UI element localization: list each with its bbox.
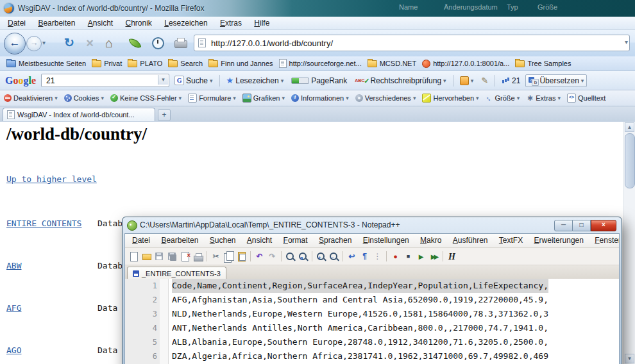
menu-extras[interactable]: Extras: [215, 17, 247, 28]
url-bar[interactable]: ▾: [194, 35, 630, 51]
forward-button[interactable]: →: [26, 36, 42, 51]
npp-menu-datei[interactable]: Datei: [128, 234, 155, 245]
npp-menu-erweiterungen[interactable]: Erweiterungen: [530, 234, 588, 245]
url-dropdown-icon[interactable]: ▾: [625, 38, 628, 46]
dev-extras[interactable]: ✱Extras▾: [526, 94, 561, 102]
npp-menu-sprachen[interactable]: Sprachen: [314, 234, 356, 245]
entry-link[interactable]: ABW: [6, 259, 97, 273]
show-all-characters-icon[interactable]: ¶: [359, 251, 370, 262]
indent-guide-icon[interactable]: ⋮: [372, 251, 383, 262]
dev-hervorheben[interactable]: Hervorheben▾: [422, 94, 478, 103]
editor-line[interactable]: 4ANT,Netherlands Antilles,North America,…: [125, 321, 619, 335]
record-macro-icon[interactable]: ●: [390, 251, 401, 262]
find-icon[interactable]: [285, 251, 296, 262]
menu-bearbeiten[interactable]: Bearbeiten: [33, 17, 80, 28]
sendto-button[interactable]: ▾: [457, 75, 477, 87]
up-to-higher-level-link[interactable]: Up to higher level: [6, 174, 97, 184]
npp-menu-format[interactable]: Format: [279, 234, 312, 245]
firefox-titlebar[interactable]: WsgiDAV - Index of /world-db/country/ - …: [0, 0, 635, 17]
menu-chronik[interactable]: Chronik: [121, 17, 157, 28]
bookmark-finn-und-jannes[interactable]: Finn und Jannes: [207, 58, 277, 69]
editor-line[interactable]: 3NLD,Netherlands,Europe,Western Europe,4…: [125, 307, 619, 321]
npp-menu-makro[interactable]: Makro: [416, 234, 446, 245]
replace-icon[interactable]: a: [298, 251, 309, 262]
notepad-editor[interactable]: 1Code,Name,Continent,Region,SurfaceArea,…: [125, 279, 619, 364]
scrollbar[interactable]: ▲ ▼: [623, 122, 635, 364]
url-input[interactable]: [210, 36, 610, 50]
editor-line[interactable]: 6DZA,Algeria,Africa,Northern Africa,2381…: [125, 349, 619, 363]
home-button[interactable]: ⌂: [101, 35, 117, 51]
npp-menu-textfx[interactable]: TextFX: [495, 234, 527, 245]
notepad-tab[interactable]: _ENTIRE_CONTENTS-3: [127, 267, 226, 280]
dev-grafiken[interactable]: Grafiken▾: [242, 94, 285, 103]
reload-button[interactable]: ↻: [62, 35, 77, 51]
zoom-out-icon[interactable]: −: [328, 251, 339, 262]
word-wrap-icon[interactable]: ↩: [346, 251, 357, 262]
history-clock-button[interactable]: [150, 35, 165, 51]
scroll-down-icon[interactable]: ▼: [625, 354, 634, 363]
dev-cookies[interactable]: Cookies▾: [64, 94, 104, 102]
history-dropdown-icon[interactable]: ▾: [42, 39, 46, 46]
print-icon[interactable]: [192, 251, 203, 262]
editor-line[interactable]: 5ALB,Albania,Europe,Southern Europe,2874…: [125, 335, 619, 349]
new-file-icon[interactable]: [128, 251, 139, 262]
maximize-button[interactable]: □: [573, 220, 591, 231]
npp-menu-ansicht[interactable]: Ansicht: [242, 234, 276, 245]
menu-datei[interactable]: Datei: [3, 17, 31, 28]
zoom-in-icon[interactable]: +: [316, 251, 326, 262]
close-button[interactable]: ×: [591, 220, 616, 231]
back-button[interactable]: ←: [4, 33, 26, 54]
redo-icon[interactable]: ↷: [267, 251, 278, 262]
google-search-button[interactable]: GSuche▾: [172, 74, 216, 87]
editor-line[interactable]: 2AFG,Afghanistan,Asia,Southern and Centr…: [125, 293, 619, 307]
counter-indicator[interactable]: 21: [499, 75, 523, 87]
entry-link[interactable]: AFG: [6, 301, 97, 315]
google-bookmarks-button[interactable]: ★Lesezeichen▾: [224, 75, 287, 87]
run-macro-multiple-icon[interactable]: ▶▶: [428, 251, 439, 262]
entry-link[interactable]: AGO: [6, 343, 97, 358]
editor-line[interactable]: 1Code,Name,Continent,Region,SurfaceArea,…: [125, 279, 619, 293]
stop-macro-icon[interactable]: ■: [403, 251, 414, 262]
scroll-up-icon[interactable]: ▲: [625, 122, 634, 132]
entry-link[interactable]: ENTIRE CONTENTS: [6, 217, 97, 231]
dev-css[interactable]: Keine CSS-Fehler▾: [110, 94, 182, 102]
google-search-box[interactable]: ▾: [41, 74, 169, 87]
copy-icon[interactable]: [223, 251, 234, 262]
save-all-icon[interactable]: [167, 251, 178, 262]
bookmark-mcsd[interactable]: MCSD.NET: [366, 58, 421, 69]
npp-menu-suchen[interactable]: Suchen: [205, 234, 241, 245]
menu-hilfe[interactable]: Hilfe: [249, 17, 275, 28]
open-file-icon[interactable]: [141, 251, 152, 262]
bookmark-privat[interactable]: Privat: [90, 58, 126, 69]
bookmark-search[interactable]: Search: [167, 58, 207, 69]
notepad-window[interactable]: C:\Users\Martin\AppData\Local\Temp\_ENTI…: [122, 217, 622, 364]
stop-button[interactable]: ×: [82, 35, 97, 51]
spellcheck-button[interactable]: ABCRechtschreibprüfung▾: [352, 75, 448, 87]
dev-formulare[interactable]: Formulare▾: [188, 94, 236, 103]
new-tab-button[interactable]: +: [158, 109, 171, 121]
dev-groesse[interactable]: ↔Größe▾: [486, 94, 520, 102]
npp-menu-ausfuehren[interactable]: Ausführen: [448, 234, 493, 245]
tab-wsgidav[interactable]: WsgiDAV - Index of /world-db/count...: [3, 108, 155, 121]
pagerank-indicator[interactable]: PageRank: [289, 75, 350, 87]
bookmark-plato[interactable]: PLATO: [126, 58, 167, 69]
play-macro-icon[interactable]: ▶: [416, 251, 427, 262]
close-file-icon[interactable]: ×: [180, 251, 190, 262]
notepad-titlebar[interactable]: C:\Users\Martin\AppData\Local\Temp\_ENTI…: [123, 217, 622, 233]
google-search-input[interactable]: [45, 75, 150, 86]
translate-button[interactable]: Übersetzen▾: [525, 74, 587, 87]
undo-icon[interactable]: ↶: [254, 251, 265, 262]
print-button[interactable]: [173, 35, 189, 51]
menu-lesezeichen[interactable]: Lesezeichen: [159, 17, 212, 28]
dev-verschiedenes[interactable]: Verschiedenes▾: [355, 94, 416, 102]
npp-menu-bearbeiten[interactable]: Bearbeiten: [157, 234, 203, 245]
npp-menu-einstellungen[interactable]: Einstellungen: [359, 234, 414, 245]
minimize-button[interactable]: ─: [554, 220, 573, 231]
menu-ansicht[interactable]: Ansicht: [83, 17, 118, 28]
paste-icon[interactable]: [236, 251, 247, 262]
bookmark-tree-samples[interactable]: Tree Samples: [514, 58, 575, 69]
bookmark-localhost[interactable]: http://127.0.0.1:8001/a...: [421, 58, 514, 69]
npp-menu-fenster[interactable]: Fenster: [590, 234, 620, 245]
function-list-icon[interactable]: H: [446, 251, 457, 262]
bookmark-sourceforge[interactable]: http://sourceforge.net...: [278, 58, 366, 69]
